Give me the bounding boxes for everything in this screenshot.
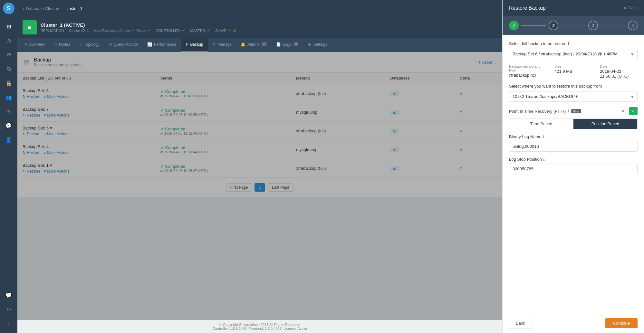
topology-icon: △ — [79, 42, 82, 47]
breadcrumb-back-arrow[interactable]: ‹ — [23, 6, 24, 11]
table-row: Backup Set: 4 ↻ Restore ≡ More Actions ✔… — [17, 140, 502, 159]
sidebar-icon-arrow[interactable]: › — [2, 317, 15, 330]
sidebar-icon-lock[interactable]: 🔒 — [2, 77, 15, 90]
backup-row-name: Backup Set: 7 — [23, 107, 150, 112]
step-2: 2 — [549, 21, 558, 30]
tab-manage[interactable]: ⚙ Manage — [208, 38, 236, 52]
step-2-circle: 2 — [549, 21, 558, 30]
more-actions-action[interactable]: ≡ More Actions — [43, 150, 69, 155]
sidebar-icon-chat[interactable]: 💬 — [2, 119, 15, 132]
restore-from-wrapper: 10.0.2.15:/root/backups/BACKUP-6 ▼ — [509, 91, 638, 102]
binary-log-input[interactable] — [509, 141, 638, 152]
tab-overview[interactable]: ≡ Overview — [20, 38, 49, 52]
pitr-toggle: ✕ ✓ — [619, 107, 638, 115]
backup-select-wrapper: Backup Set 6 / xtrabackup (incr) / 23/04… — [509, 49, 638, 59]
info-icon: ℹ — [568, 109, 569, 113]
sidebar-icon-clock[interactable]: ◷ — [2, 34, 15, 47]
cluster-master: MASTER: ✔ — [190, 28, 210, 33]
sidebar-icon-dashboard[interactable]: ⊞ — [2, 20, 15, 33]
sidebar-icon-person[interactable]: 👤 — [2, 133, 15, 146]
step-1: ✓ — [509, 21, 519, 30]
binary-log-label-text: Binary Log Name — [509, 134, 541, 139]
cluster-controller: CONTROLLER: ✔ — [156, 28, 185, 33]
restore-action[interactable]: ↻ Restore — [23, 169, 40, 174]
sidebar-icon-chat-bottom[interactable]: 💬 — [2, 289, 15, 301]
more-actions-action[interactable]: ≡ More Actions — [43, 132, 69, 136]
restore-action[interactable]: ↻ Restore — [23, 113, 40, 118]
cluster-meta: REPLICATION Cluster ID: 1 Auto Recovery:… — [41, 28, 236, 33]
version-text: Controller: 1.6.0.2493, Frontend: 1.6.0.… — [20, 327, 500, 330]
cluster-header: ≡ Cluster_1 (ACTIVE) REPLICATION Cluster… — [17, 17, 502, 38]
backup-row-name: Backup Set: 5 ▾ — [23, 126, 150, 130]
create-backup-button[interactable]: + Creat... — [478, 60, 496, 65]
table-row: Backup Set: 1 ▾ ↻ Restore ≡ More Actions… — [17, 159, 502, 178]
more-actions-action[interactable]: ≡ More Actions — [43, 169, 69, 174]
settings-icon: ⚙ — [308, 42, 311, 47]
alarms-icon: 🔔 — [241, 42, 245, 47]
tab-performance[interactable]: 📈 Performance — [143, 38, 181, 52]
backup-row-actions: ↻ Restore ≡ More Actions — [23, 94, 150, 99]
continue-button[interactable]: Continue — [605, 318, 638, 328]
logs-icon: 📄 — [276, 42, 281, 47]
backup-table-container: Backup List ( 1-5 out of 5 ) Status Meth… — [17, 73, 502, 178]
sidebar-icon-list[interactable]: ≡ — [2, 105, 15, 118]
restore-from-label: Select where you want to restore this ba… — [509, 84, 638, 89]
tab-settings[interactable]: ⚙ Settings — [303, 38, 332, 52]
time-based-tab[interactable]: Time Based — [509, 119, 573, 129]
performance-icon: 📈 — [147, 42, 152, 47]
backup-method: xtrabackup (full) — [296, 91, 326, 96]
restore-action[interactable]: ↻ Restore — [23, 94, 40, 99]
more-actions-action[interactable]: ≡ More Actions — [43, 113, 69, 118]
status-completed: ✔ Completed — [160, 127, 286, 131]
tab-logs[interactable]: 📄 Logs 0 — [272, 38, 303, 52]
cluster-name: Cluster_1 (ACTIVE) — [41, 22, 236, 28]
col-databases: Databases — [385, 73, 455, 84]
restore-from-select[interactable]: 10.0.2.15:/root/backups/BACKUP-6 — [509, 91, 638, 102]
backup-icon: ⬇ — [185, 42, 188, 47]
status-date: at 2018-04-23 12:42:30 (UTC) — [160, 94, 286, 98]
backup-select[interactable]: Backup Set 6 / xtrabackup (incr) / 23/04… — [509, 49, 638, 59]
log-stop-info-icon: ℹ — [543, 157, 545, 162]
app-logo[interactable]: S — [3, 3, 14, 14]
step-1-circle: ✓ — [509, 21, 519, 30]
databases-badge: all — [390, 147, 399, 152]
backup-method: xtrabackup (full) — [296, 128, 326, 133]
pitr-enable-button[interactable]: ✓ — [629, 107, 638, 115]
last-page-button[interactable]: Last Page — [268, 183, 293, 192]
restore-action[interactable]: ↻ Restore — [23, 132, 40, 136]
pitr-disable-button[interactable]: ✕ — [619, 107, 627, 115]
sidebar-icon-users[interactable]: 👥 — [2, 91, 15, 104]
more-actions-action[interactable]: ≡ More Actions — [43, 94, 69, 99]
step-line-2 — [561, 25, 586, 26]
status-completed: ✔ Completed — [160, 164, 286, 169]
databases-badge: all — [390, 166, 399, 171]
sidebar-icon-circle[interactable]: ⊙ — [2, 303, 15, 316]
position-based-tab[interactable]: Position Based — [573, 119, 637, 129]
backup-meta-row: Backup method and type xtrabackupincr Si… — [509, 64, 638, 79]
controller-check-icon: ✔ — [182, 28, 185, 33]
first-page-button[interactable]: First Page — [226, 183, 252, 192]
panel-close-button[interactable]: ⊗ Close — [623, 6, 638, 10]
sidebar-icon-mail[interactable]: ✉ — [2, 48, 15, 61]
tab-nodes[interactable]: ⬡ Nodes — [49, 38, 75, 52]
sidebar-icon-puzzle[interactable]: ⧉ — [2, 62, 15, 75]
table-row: Backup Set: 8 ↻ Restore ≡ More Actions ✔… — [17, 84, 502, 103]
tab-alarms[interactable]: 🔔 Alarms 0 — [236, 38, 272, 52]
breadcrumb-parent[interactable]: Database Clusters — [26, 6, 60, 11]
step-4: 4 — [628, 21, 638, 30]
tab-backup[interactable]: ⬇ Backup — [181, 38, 208, 52]
restore-action[interactable]: ↻ Restore — [23, 150, 40, 155]
back-button[interactable]: Back — [509, 318, 532, 328]
tab-topology[interactable]: △ Topology — [75, 38, 104, 52]
backup-method-label: Backup method and type — [509, 64, 547, 72]
tab-query-monitor[interactable]: ◎ Query Monitor — [104, 38, 143, 52]
status-date: at 2018-04-23 10:25:37 (UTC) — [160, 169, 286, 173]
storage-icon: ≡ — [460, 110, 463, 115]
current-page-button[interactable]: 1 — [255, 183, 265, 192]
step-line-3 — [601, 25, 625, 26]
databases-badge: all — [390, 110, 399, 115]
backup-row-actions: ↻ Restore ≡ More Actions — [23, 132, 150, 136]
tab-manage-label: Manage — [218, 42, 232, 47]
log-stop-input[interactable] — [509, 164, 638, 174]
restore-panel: Restore Backup ⊗ Close ✓ 2 3 4 Select fu — [502, 0, 644, 333]
